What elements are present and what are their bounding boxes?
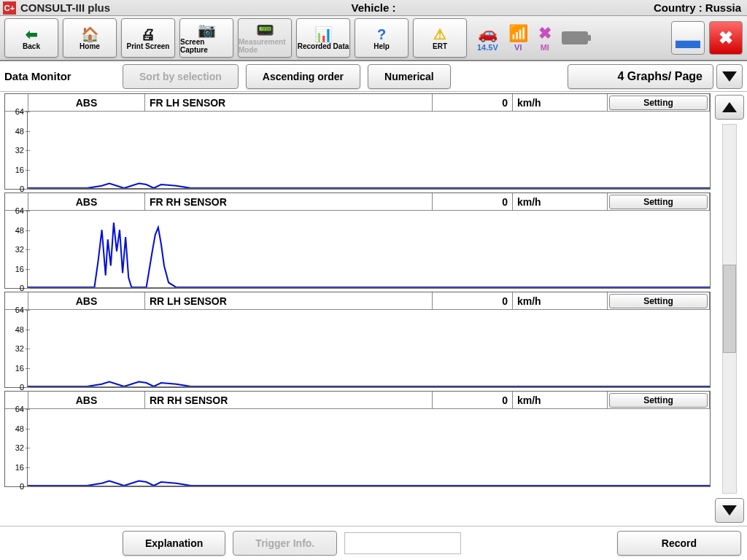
scroll-column [712,92,747,526]
chart-canvas [27,112,710,189]
graph-panel: ABS FR LH SENSOR 0 km/h Setting 64483216… [4,93,711,190]
measurement-icon: 📟 [256,22,274,38]
ascending-order-button[interactable]: Ascending order [246,64,360,89]
title-bar: C+ CONSULT-III plus Vehicle : Country : … [0,0,747,16]
setting-button[interactable]: Setting [609,294,708,308]
system-label: ABS [28,292,145,309]
y-axis: 644832160 [5,211,27,288]
signal-value: 0 [433,392,513,408]
minimize-icon: ▬ [676,26,700,54]
signal-label: FR RH SENSOR [145,193,433,210]
signal-label: FR LH SENSOR [145,94,433,111]
main-toolbar: ⬅Back 🏠Home 🖨Print Screen 📷Screen Captur… [0,16,747,61]
signal-value: 0 [433,94,513,111]
system-label: ABS [28,193,145,210]
sort-by-selection-button: Sort by selection [123,64,239,89]
graphs-per-page-display[interactable]: 4 Graphs/ Page [568,64,713,89]
scroll-up-button[interactable] [715,95,744,120]
back-arrow-icon: ⬅ [26,26,38,42]
screen-capture-button[interactable]: 📷Screen Capture [179,18,233,58]
app-title: CONSULT-III plus [20,1,110,14]
print-screen-button[interactable]: 🖨Print Screen [121,18,175,58]
y-axis: 644832160 [5,409,27,486]
app-logo-icon: C+ [3,1,16,15]
graphs-per-page-dropdown[interactable] [716,64,743,89]
setting-button[interactable]: Setting [609,195,708,209]
signal-unit: km/h [513,392,608,408]
status-panel: 🚗14.5V 📶VI ✖MI [477,24,588,52]
graph-panel: ABS RR RH SENSOR 0 km/h Setting 64483216… [4,391,711,487]
recorded-data-button[interactable]: 📊Recorded Data [296,18,350,58]
measurement-mode-button: 📟Measurement Mode [238,18,292,58]
chart-canvas [27,310,710,387]
minimize-button[interactable]: ▬ [671,21,705,55]
ert-button[interactable]: ⚠ERT [413,18,467,58]
car-icon: 🚗 [478,24,498,43]
record-button[interactable]: Record [617,531,741,556]
signal-icon: 📶 [508,24,528,43]
y-axis: 644832160 [5,310,27,387]
help-button[interactable]: ?Help [355,18,409,58]
numerical-button[interactable]: Numerical [368,64,451,89]
trigger-info-field [344,532,461,554]
signal-unit: km/h [513,193,608,210]
plot-area: 644832160 [5,310,710,387]
camera-icon: 📷 [198,22,216,38]
plot-area: 644832160 [5,211,710,288]
system-label: ABS [28,94,145,111]
country-label: Country : Russia [654,1,741,14]
plot-area: 644832160 [5,409,710,486]
printer-icon: 🖨 [141,26,155,42]
system-label: ABS [28,392,145,408]
bottom-bar: Explanation Trigger Info. Record [0,526,747,559]
setting-button[interactable]: Setting [609,96,708,110]
signal-value: 0 [433,193,513,210]
signal-label: RR RH SENSOR [145,392,433,408]
scroll-thumb[interactable] [723,265,736,353]
chevron-up-icon [722,102,737,112]
trigger-info-button: Trigger Info. [233,531,337,556]
signal-unit: km/h [513,292,608,309]
chevron-down-icon [722,71,737,82]
signal-label: RR LH SENSOR [145,292,433,309]
chart-canvas [27,409,710,486]
graph-panel: ABS FR RH SENSOR 0 km/h Setting 64483216… [4,192,711,289]
chart-canvas [27,211,710,288]
home-icon: 🏠 [81,26,99,42]
home-button[interactable]: 🏠Home [63,18,117,58]
graph-area: ABS FR LH SENSOR 0 km/h Setting 64483216… [0,92,747,526]
vi-indicator: 📶VI [508,24,528,52]
close-button[interactable]: ✖ [709,21,743,55]
y-axis: 644832160 [5,112,27,189]
window-controls: ▬ ✖ [671,21,743,55]
x-icon: ✖ [538,24,551,43]
recorded-data-icon: 📊 [314,26,333,42]
help-icon: ? [377,26,386,42]
signal-value: 0 [433,292,513,309]
vehicle-label: Vehicle : [352,1,396,14]
back-button[interactable]: ⬅Back [4,18,58,58]
graph-list: ABS FR LH SENSOR 0 km/h Setting 64483216… [0,92,712,526]
battery-indicator [562,31,588,44]
signal-unit: km/h [513,94,608,111]
explanation-button[interactable]: Explanation [123,531,225,556]
page-title: Data Monitor [4,70,107,82]
chevron-down-icon [722,505,737,516]
scroll-down-button[interactable] [715,498,744,523]
graph-panel: ABS RR LH SENSOR 0 km/h Setting 64483216… [4,292,711,388]
vehicle-voltage: 🚗14.5V [477,24,498,52]
option-bar: Data Monitor Sort by selection Ascending… [0,61,747,92]
setting-button[interactable]: Setting [609,393,708,408]
close-icon: ✖ [719,28,733,48]
scroll-track[interactable] [722,124,737,494]
plot-area: 644832160 [5,112,710,189]
warning-icon: ⚠ [433,26,446,42]
battery-icon [562,31,588,44]
mi-indicator: ✖MI [538,24,551,52]
